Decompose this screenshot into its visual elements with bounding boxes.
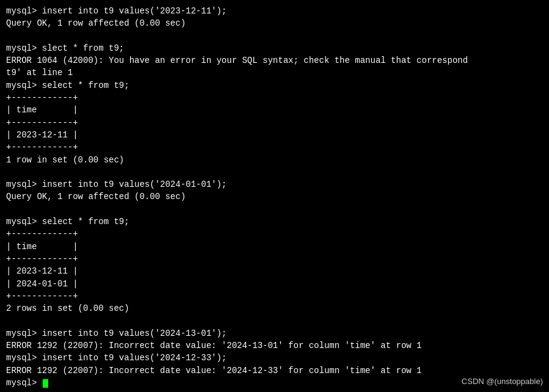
line-5: ERROR 1064 (42000): You have an error in… <box>6 54 543 67</box>
line-2: Query OK, 1 row affected (0.00 sec) <box>6 17 543 29</box>
terminal-cursor <box>43 379 48 388</box>
line-11: | 2023-12-11 | <box>6 129 543 141</box>
line-14 <box>6 166 543 178</box>
line-12: +------------+ <box>6 141 543 153</box>
line-9: | time | <box>6 104 543 116</box>
line-21: +------------+ <box>6 253 543 265</box>
terminal-window: mysql> insert into t9 values('2023-12-11… <box>0 0 549 392</box>
line-19: +------------+ <box>6 228 543 240</box>
line-25: 2 rows in set (0.00 sec) <box>6 302 543 314</box>
line-16: Query OK, 1 row affected (0.00 sec) <box>6 191 543 203</box>
line-22: | 2023-12-11 | <box>6 265 543 277</box>
line-3 <box>6 30 543 42</box>
line-7: mysql> select * from t9; <box>6 79 543 92</box>
line-6: t9' at line 1 <box>6 67 543 79</box>
line-15: mysql> insert into t9 values('2024-01-01… <box>6 178 543 191</box>
line-8: +------------+ <box>6 92 543 104</box>
line-30: ERROR 1292 (22007): Incorrect date value… <box>6 365 543 377</box>
line-20: | time | <box>6 241 543 253</box>
line-18: mysql> select * from t9; <box>6 216 543 228</box>
line-4: mysql> slect * from t9; <box>6 42 543 54</box>
line-24: +------------+ <box>6 290 543 302</box>
line-1: mysql> insert into t9 values('2023-12-11… <box>6 5 543 17</box>
line-27: mysql> insert into t9 values('2024-13-01… <box>6 327 543 339</box>
line-10: +------------+ <box>6 117 543 129</box>
watermark-text: CSDN @(unstoppable) <box>462 377 543 386</box>
line-28: ERROR 1292 (22007): Incorrect date value… <box>6 339 543 352</box>
line-23: | 2024-01-01 | <box>6 278 543 290</box>
line-17 <box>6 203 543 216</box>
line-13: 1 row in set (0.00 sec) <box>6 154 543 166</box>
terminal-content: mysql> insert into t9 values('2023-12-11… <box>6 5 543 389</box>
line-29: mysql> insert into t9 values('2024-12-33… <box>6 352 543 364</box>
line-26 <box>6 314 543 327</box>
